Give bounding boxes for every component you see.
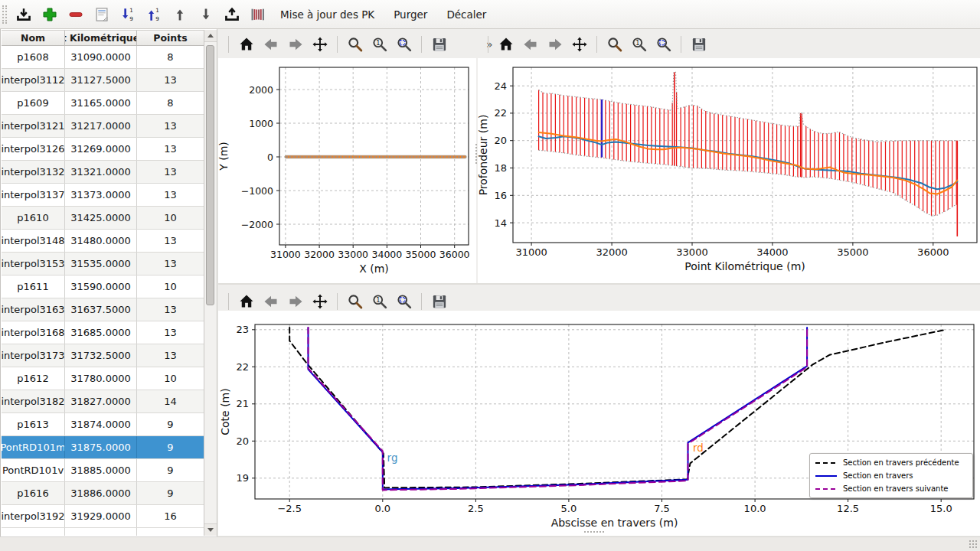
nav-pan-button[interactable]	[310, 35, 329, 54]
legend-line-sample	[815, 460, 838, 466]
save-icon	[432, 294, 447, 309]
table-row[interactable]: interpol318231827.000014	[2, 390, 204, 413]
zoom-icon	[348, 37, 363, 52]
nav-forward-button[interactable]	[286, 35, 305, 54]
x-tick-label: 33000	[676, 246, 707, 258]
nav-zoom-fit-button[interactable]	[394, 292, 413, 311]
save-icon	[432, 37, 447, 52]
table-row[interactable]: interpol311231127.500013	[2, 69, 204, 92]
y-tick-label: 0	[267, 152, 273, 163]
import-button[interactable]	[12, 3, 34, 25]
scroll-up-button[interactable]	[204, 30, 217, 42]
table-row[interactable]: interpol312131217.000013	[2, 115, 204, 138]
vertical-splitter-handle[interactable]	[475, 144, 477, 164]
window-resize-grip[interactable]	[969, 540, 978, 549]
sort-ascending-button[interactable]: 19	[142, 3, 165, 25]
move-down-button[interactable]	[194, 3, 217, 25]
nav-zoom-one-button[interactable]: 1	[370, 292, 389, 311]
nav-zoom-fit-button[interactable]	[394, 35, 413, 54]
nav-zoom-button[interactable]	[605, 35, 624, 54]
sections-view-button[interactable]	[247, 3, 269, 25]
nav-zoom-button[interactable]	[345, 292, 364, 311]
y-tick-label: 22	[494, 107, 507, 119]
sort-descending-button[interactable]: 19	[116, 3, 139, 25]
horizontal-splitter-handle[interactable]	[584, 531, 604, 533]
move-up-button[interactable]	[168, 3, 191, 25]
table-row[interactable]: p161031425.000010	[2, 207, 204, 230]
cell-points: 10	[137, 207, 204, 229]
nav-zoom-fit-button[interactable]	[654, 35, 673, 54]
nav-home-button[interactable]	[496, 35, 515, 54]
legend-line-sample	[815, 473, 838, 479]
edit-notes-button[interactable]	[90, 3, 113, 25]
table-header: Nom t Kilométrique Points	[2, 30, 204, 46]
table-row[interactable]: interpol319231929.000016	[2, 505, 204, 528]
cell-nom: p1613	[2, 413, 65, 435]
nav-forward-button[interactable]	[545, 35, 564, 54]
legend-line-sample	[815, 486, 838, 492]
table-row[interactable]: interpol313731373.000013	[2, 184, 204, 207]
annotation-rd: rd	[693, 442, 704, 454]
table-row[interactable]: p161131590.000010	[2, 276, 204, 298]
x-axis-label: Point Kilométrique (m)	[684, 260, 805, 272]
nav-zoom-one-button[interactable]: 1	[629, 35, 648, 54]
scrollbar-thumb[interactable]	[206, 45, 214, 305]
svg-text:1: 1	[635, 39, 639, 47]
table-row[interactable]: interpol315331535.000013	[2, 253, 204, 276]
nav-pan-button[interactable]	[310, 292, 329, 311]
cell-nom: interpol3163	[2, 298, 65, 321]
nav-forward-button[interactable]	[286, 292, 305, 311]
cross-section-plot[interactable]: −2.50.02.55.07.510.012.515.01920212223Ab…	[218, 311, 980, 536]
cell-pk: 31874.0000	[65, 413, 137, 435]
nav-zoom-one-button[interactable]: 1	[370, 35, 389, 54]
cell-empty	[2, 528, 65, 536]
add-section-button[interactable]	[38, 3, 60, 25]
y-tick-label: 23	[236, 324, 249, 335]
table-row[interactable]: interpol314831480.000013	[2, 230, 204, 253]
table-row[interactable]: interpol313231321.000013	[2, 161, 204, 184]
table-row-selected[interactable]: PontRD101m31875.00009	[2, 436, 204, 459]
column-header-point-kilometrique[interactable]: t Kilométrique	[65, 31, 137, 45]
table-row[interactable]: interpol316831685.000013	[2, 321, 204, 344]
export-button[interactable]	[220, 3, 243, 25]
update-pk-button[interactable]: Mise à jour des PK	[273, 3, 382, 25]
table-row[interactable]: interpol316331637.500013	[2, 298, 204, 321]
legend-entry: Section en travers	[815, 470, 968, 481]
table-row[interactable]: interpol312631269.000013	[2, 138, 204, 161]
remove-section-button[interactable]	[64, 3, 87, 25]
table-scrollbar[interactable]	[204, 30, 217, 536]
longitudinal-profile-plot[interactable]: 3100032000330003400035000360001416182022…	[478, 58, 980, 283]
table-row[interactable]: PontRD101v31885.00009	[2, 459, 204, 482]
purge-button[interactable]: Purger	[386, 3, 435, 25]
toolbar-drag-handle[interactable]	[2, 5, 7, 24]
table-row[interactable]: interpol317331732.500013	[2, 344, 204, 367]
cell-points: 13	[137, 184, 204, 206]
nav-back-button[interactable]	[261, 292, 280, 311]
nav-save-button[interactable]	[689, 35, 708, 54]
nav-home-button[interactable]	[237, 292, 256, 311]
x-tick-label: 34000	[372, 249, 403, 260]
plan-view-plot[interactable]: 310003200033000340003500036000−2000−1000…	[218, 58, 476, 283]
nav-home-button[interactable]	[237, 35, 256, 54]
table-row[interactable]: p161631886.00009	[2, 482, 204, 505]
x-tick-label: 2.5	[468, 503, 484, 514]
scroll-down-button[interactable]	[204, 523, 217, 536]
cell-pk: 31425.0000	[65, 207, 137, 229]
cell-nom: p1608	[2, 46, 65, 68]
cell-points: 10	[137, 367, 204, 390]
column-header-points[interactable]: Points	[137, 31, 204, 45]
nav-back-button[interactable]	[521, 35, 540, 54]
table-row[interactable]: p160831090.00008	[2, 46, 204, 69]
column-header-nom[interactable]: Nom	[2, 31, 65, 45]
table-row[interactable]: p161231780.000010	[2, 367, 204, 390]
shift-button[interactable]: Décaler	[439, 3, 494, 25]
nav-save-button[interactable]	[430, 292, 449, 311]
nav-zoom-button[interactable]	[345, 35, 364, 54]
nav-back-button[interactable]	[261, 35, 280, 54]
cell-pk: 31127.5000	[65, 69, 137, 91]
table-row[interactable]: p161331874.00009	[2, 413, 204, 436]
nav-save-button[interactable]	[430, 35, 449, 54]
svg-text:1: 1	[376, 296, 380, 304]
nav-pan-button[interactable]	[570, 35, 589, 54]
table-row[interactable]: p160931165.00008	[2, 92, 204, 115]
